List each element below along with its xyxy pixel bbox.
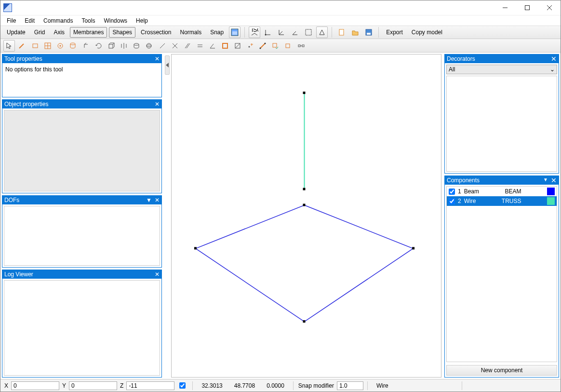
close-button[interactable]: [538, 0, 561, 15]
cross-icon[interactable]: [169, 40, 181, 52]
svg-point-16: [70, 43, 75, 45]
new-component-button[interactable]: New component: [446, 365, 557, 376]
grid-icon[interactable]: [42, 40, 53, 52]
main-area: Tool properties ✕ No options for this to…: [0, 53, 561, 379]
view-perspective-icon[interactable]: [229, 27, 240, 38]
label-x: X: [3, 382, 9, 389]
close-icon[interactable]: ✕: [155, 55, 160, 62]
sphere-icon[interactable]: [143, 40, 155, 52]
svg-rect-31: [303, 92, 306, 94]
collapse-icon[interactable]: ▼: [543, 177, 548, 184]
minimize-button[interactable]: [494, 0, 516, 15]
edge-orange-icon[interactable]: [257, 40, 268, 52]
btn-crossection[interactable]: Crossection: [137, 27, 174, 38]
menu-file[interactable]: File: [2, 16, 20, 26]
svg-rect-29: [302, 45, 304, 47]
menu-commands[interactable]: Commands: [39, 16, 77, 26]
viewport[interactable]: [171, 54, 441, 378]
input-y[interactable]: [69, 381, 117, 390]
status-coord-1: 32.3013: [197, 382, 227, 389]
close-icon[interactable]: ✕: [551, 177, 557, 184]
view-front-icon[interactable]: [316, 27, 328, 38]
panel-dofs: DOFs ▼✕: [2, 195, 162, 268]
extrude-icon[interactable]: [80, 40, 92, 52]
rotate-icon[interactable]: [93, 40, 105, 52]
component-color-swatch[interactable]: [547, 188, 555, 195]
svg-rect-5: [232, 31, 237, 35]
separator: [378, 27, 379, 38]
box-slash-icon[interactable]: [232, 40, 243, 52]
close-icon[interactable]: ✕: [155, 197, 160, 203]
component-checkbox[interactable]: [449, 189, 455, 195]
separator: [244, 27, 245, 38]
cylinder-icon[interactable]: [67, 40, 79, 52]
input-x[interactable]: [11, 381, 59, 390]
box-outline-icon[interactable]: [282, 40, 294, 52]
btn-axis[interactable]: Axis: [50, 27, 68, 38]
component-row[interactable]: 2 Wire TRUSS: [447, 196, 557, 206]
fit-view-icon[interactable]: [303, 27, 314, 38]
open-file-icon[interactable]: [349, 27, 361, 38]
svg-rect-12: [33, 44, 38, 48]
select-tool-icon[interactable]: [3, 40, 15, 52]
circle-dot-icon[interactable]: [54, 40, 66, 52]
new-file-icon[interactable]: [336, 27, 347, 38]
splitter[interactable]: [163, 53, 171, 379]
btn-update[interactable]: Update: [3, 27, 29, 38]
panel-decorators: Decorators ✕ All ⌄: [444, 54, 559, 174]
cylinder2-icon[interactable]: [131, 40, 142, 52]
view-xy-icon[interactable]: [262, 27, 274, 38]
btn-shapes[interactable]: Shapes: [109, 27, 135, 38]
equal-icon[interactable]: [194, 40, 206, 52]
close-icon[interactable]: ✕: [551, 55, 557, 62]
angle-icon[interactable]: [207, 40, 218, 52]
menu-tools[interactable]: Tools: [77, 16, 99, 26]
btn-snap[interactable]: Snap: [207, 27, 227, 38]
view-xz-icon[interactable]: [276, 27, 287, 38]
toolbar-tools: [0, 39, 561, 53]
component-row[interactable]: 1 Beam BEAM: [447, 187, 557, 196]
btn-normals[interactable]: Normals: [176, 27, 205, 38]
btn-membranes[interactable]: Membranes: [70, 27, 107, 38]
box-orange-icon[interactable]: [219, 40, 231, 52]
svg-point-24: [260, 47, 261, 49]
parallel-icon[interactable]: [182, 40, 193, 52]
corner-check-icon[interactable]: [269, 40, 281, 52]
svg-rect-11: [367, 33, 371, 35]
view-iso-icon[interactable]: ISO: [249, 27, 260, 38]
input-snap-modifier[interactable]: [337, 381, 363, 390]
relation-icon[interactable]: [295, 40, 307, 52]
maximize-button[interactable]: [516, 0, 538, 15]
save-file-icon[interactable]: [363, 27, 374, 38]
pencil-icon[interactable]: [16, 40, 27, 52]
close-icon[interactable]: ✕: [155, 101, 160, 108]
component-checkbox[interactable]: [449, 198, 455, 204]
svg-rect-35: [412, 247, 414, 249]
svg-point-15: [60, 45, 61, 46]
svg-rect-1: [525, 6, 530, 10]
btn-export[interactable]: Export: [383, 27, 406, 38]
dofs-body: [4, 206, 160, 266]
decorators-dropdown[interactable]: All ⌄: [446, 65, 557, 74]
component-color-swatch[interactable]: [547, 197, 555, 205]
label-z: Z: [119, 382, 124, 389]
btn-copy-model[interactable]: Copy model: [408, 27, 446, 38]
menu-edit[interactable]: Edit: [20, 16, 39, 26]
component-name: Wire: [464, 198, 476, 204]
line-icon[interactable]: [157, 40, 168, 52]
input-z[interactable]: [126, 381, 174, 390]
status-checkbox[interactable]: [179, 382, 186, 389]
cube-icon[interactable]: [106, 40, 117, 52]
rect-icon[interactable]: [29, 40, 41, 52]
toolbar-view: Update Grid Axis Membranes Shapes Crosse…: [0, 26, 561, 39]
view-yz-icon[interactable]: [289, 27, 301, 38]
menu-windows[interactable]: Windows: [99, 16, 132, 26]
menu-help[interactable]: Help: [132, 16, 152, 26]
collapse-icon[interactable]: ▼: [146, 197, 152, 203]
mirror-icon[interactable]: [118, 40, 130, 52]
close-icon[interactable]: ✕: [155, 271, 160, 278]
point-plus-icon[interactable]: [244, 40, 256, 52]
svg-rect-8: [306, 29, 311, 35]
btn-grid[interactable]: Grid: [31, 27, 49, 38]
log-body[interactable]: [4, 280, 160, 376]
